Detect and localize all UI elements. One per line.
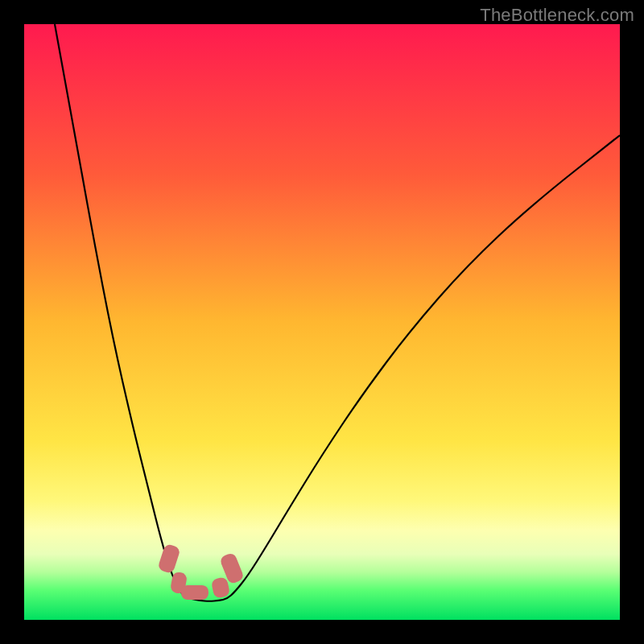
svg-rect-0 [24,24,620,620]
valley-marker [181,585,208,600]
watermark-text: TheBottleneck.com [480,5,634,26]
plot-area [24,24,620,620]
chart-frame: TheBottleneck.com [0,0,644,644]
background-gradient [24,24,620,620]
